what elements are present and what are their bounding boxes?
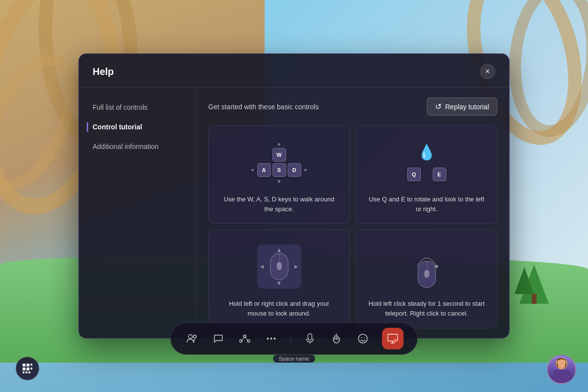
wasd-description: Use the W, A, S, D keys to walk around t… — [219, 195, 340, 214]
wasd-control-card: ▲ W ◄ A S — [208, 125, 350, 224]
qe-control-card: 💧 Q E Use Q and E to rotate and look to … — [356, 125, 497, 224]
mouse-arrow-right: ► — [294, 263, 299, 270]
replay-icon: ↺ — [435, 102, 441, 111]
hand-icon — [332, 333, 341, 344]
modal-header: Help × — [79, 54, 509, 88]
sidebar-item-control-tutorial[interactable]: Control tutorial — [79, 117, 196, 137]
control-grid: ▲ W ◄ A S — [208, 125, 497, 328]
taskbar-screen-share-button[interactable] — [382, 328, 404, 349]
svg-rect-14 — [25, 371, 27, 373]
qe-description: Use Q and E to rotate and look to the le… — [366, 195, 487, 214]
mouse-svg — [270, 252, 289, 281]
key-row-top: ▲ — [276, 141, 282, 147]
svg-rect-2 — [277, 262, 282, 270]
qe-visual: 💧 Q E — [407, 138, 446, 187]
svg-point-36 — [395, 341, 395, 342]
emoji-icon — [358, 333, 368, 344]
svg-point-23 — [267, 338, 269, 340]
arrow-right-indicator: ► — [304, 167, 309, 172]
qe-keys: 💧 Q E — [407, 144, 446, 181]
teleport-visual — [402, 242, 451, 291]
qe-row: Q E — [407, 168, 446, 181]
teleport-description: Hold left click steady for 1 second to s… — [366, 299, 487, 318]
svg-point-18 — [244, 335, 246, 338]
taskbar-chat-button[interactable] — [211, 331, 226, 346]
people-icon — [187, 334, 197, 343]
svg-point-30 — [364, 337, 365, 338]
avatar-svg — [549, 356, 574, 383]
svg-rect-8 — [26, 364, 29, 367]
modal-title: Help — [93, 66, 114, 77]
drop-icon: 💧 — [417, 144, 436, 161]
replay-button-label: Replay tutorial — [445, 103, 490, 111]
sidebar-item-additional-info[interactable]: Additional information — [79, 137, 196, 156]
teleport-mouse-wrapper — [402, 245, 451, 289]
key-d: D — [288, 163, 301, 177]
svg-point-20 — [247, 340, 250, 343]
avatar-figure — [548, 356, 575, 383]
help-modal: Help × Full list of controls Control tut… — [78, 53, 510, 339]
sidebar-item-full-list[interactable]: Full list of controls — [79, 98, 196, 117]
mouse-bg-box: ▲ ▼ ◄ ► — [257, 245, 301, 289]
arrow-down-indicator: ▼ — [276, 178, 282, 184]
key-a: A — [257, 163, 271, 177]
main-content: Get started with these basic controls ↺ … — [196, 88, 509, 338]
content-header: Get started with these basic controls ↺ … — [208, 98, 497, 116]
chat-icon — [214, 334, 223, 343]
taskbar-people-button[interactable] — [185, 331, 199, 346]
mouse-arrow-left: ◄ — [259, 263, 265, 270]
svg-point-28 — [359, 334, 368, 343]
key-w: W — [272, 148, 286, 162]
content-subtitle: Get started with these basic controls — [208, 103, 319, 111]
wasd-keys: ▲ W ◄ A S — [250, 141, 309, 184]
svg-rect-13 — [23, 371, 24, 373]
arrow-up-indicator: ▲ — [276, 141, 282, 147]
mouse-drag-visual: ▲ ▼ ◄ ► — [257, 242, 301, 291]
key-row-bottom: ▼ — [276, 178, 282, 184]
mouse-drag-description: Hold left or right click and drag your m… — [219, 299, 340, 318]
taskbar-divider-1 — [291, 333, 291, 344]
svg-point-19 — [240, 340, 242, 343]
mic-icon — [306, 333, 314, 344]
grid-menu-button[interactable] — [16, 357, 39, 380]
wasd-visual: ▲ W ◄ A S — [250, 138, 309, 187]
teleport-card: Hold left click steady for 1 second to s… — [356, 230, 497, 328]
mouse-arrow-up: ▲ — [276, 246, 282, 253]
key-s: S — [272, 163, 286, 177]
svg-rect-7 — [23, 364, 25, 367]
key-e: E — [433, 168, 446, 181]
key-row-asd: ◄ A S D ► — [250, 163, 309, 177]
taskbar-more-button[interactable] — [264, 331, 279, 346]
svg-line-22 — [245, 337, 248, 340]
sidebar: Full list of controls Control tutorial A… — [79, 88, 196, 338]
svg-rect-9 — [30, 364, 32, 366]
svg-point-16 — [189, 335, 193, 339]
svg-rect-38 — [553, 370, 570, 383]
taskbar-mic-button[interactable] — [303, 331, 318, 346]
arrow-left-indicator: ◄ — [250, 167, 255, 172]
network-icon — [240, 334, 250, 343]
svg-point-25 — [274, 338, 276, 340]
svg-point-24 — [270, 338, 272, 340]
replay-tutorial-button[interactable]: ↺ Replay tutorial — [427, 98, 498, 116]
taskbar-network-button[interactable] — [238, 331, 252, 346]
taskbar — [171, 322, 418, 355]
mouse-drag-card: ▲ ▼ ◄ ► — [208, 230, 350, 328]
svg-rect-15 — [28, 371, 30, 373]
key-row-w: W — [272, 148, 286, 162]
key-q: Q — [407, 168, 421, 181]
user-avatar[interactable] — [547, 355, 576, 384]
taskbar-emoji-button[interactable] — [356, 331, 370, 346]
svg-rect-10 — [23, 368, 25, 370]
svg-rect-26 — [308, 334, 312, 340]
screen-share-icon — [388, 334, 398, 343]
teleport-mouse-svg — [417, 260, 437, 289]
taskbar-hand-button[interactable] — [329, 331, 344, 346]
svg-line-21 — [242, 337, 245, 340]
close-button[interactable]: × — [480, 64, 495, 79]
modal-body: Full list of controls Control tutorial A… — [79, 88, 509, 338]
svg-rect-6 — [424, 270, 429, 278]
mouse-arrow-down: ▼ — [276, 280, 282, 287]
more-icon — [267, 337, 276, 340]
svg-rect-12 — [30, 368, 32, 369]
